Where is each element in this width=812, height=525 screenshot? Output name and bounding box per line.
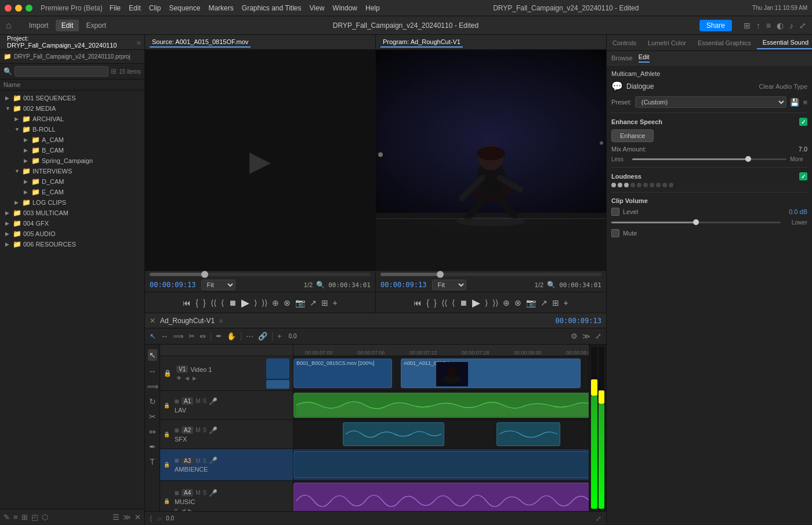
program-overwrite-icon[interactable]: ⊗ bbox=[514, 298, 521, 307]
clear-audio-type-button[interactable]: Clear Audio Type bbox=[759, 83, 807, 90]
list-view-icon[interactable]: ≡ bbox=[13, 513, 18, 522]
clip-a3[interactable] bbox=[293, 451, 589, 478]
audio-track-a2[interactable] bbox=[293, 420, 589, 449]
search-input[interactable] bbox=[14, 66, 108, 77]
program-export-frame-icon[interactable]: ↗ bbox=[541, 298, 548, 307]
export-button[interactable]: Export bbox=[80, 20, 112, 31]
import-button[interactable]: Import bbox=[23, 20, 55, 31]
source-scrubber[interactable] bbox=[145, 271, 375, 278]
program-tab[interactable]: Program: Ad_RoughCut-V1 bbox=[380, 37, 463, 48]
text-tool[interactable]: T bbox=[150, 457, 155, 466]
source-camera-icon[interactable]: 📷 bbox=[295, 298, 305, 307]
razor-tool[interactable]: ✂ bbox=[149, 412, 156, 421]
a1-mic-icon[interactable]: 🎤 bbox=[209, 397, 217, 405]
source-stop-icon[interactable]: ⏹ bbox=[229, 298, 237, 307]
audio-icon[interactable]: ♪ bbox=[789, 21, 793, 30]
program-insert-icon[interactable]: ⊕ bbox=[503, 298, 510, 307]
menu-view[interactable]: View bbox=[310, 4, 325, 12]
source-next-frame-icon[interactable]: ⟩ bbox=[254, 298, 257, 307]
footer-out-icon[interactable]: ○ bbox=[157, 515, 161, 523]
mix-amount-thumb[interactable] bbox=[745, 156, 751, 162]
tree-item-interviews[interactable]: ▼ 📁 INTERVIEWS bbox=[0, 166, 144, 176]
footer-in-icon[interactable]: ⟨ bbox=[150, 515, 153, 523]
program-scrubber-head[interactable] bbox=[437, 271, 444, 278]
clip-a4[interactable] bbox=[293, 483, 589, 511]
track-select-tool[interactable]: ↔ bbox=[148, 367, 157, 376]
level-slider[interactable] bbox=[611, 222, 781, 223]
program-add-icon[interactable]: + bbox=[564, 298, 568, 307]
a3-m[interactable]: M bbox=[195, 458, 200, 464]
a2-m[interactable]: M bbox=[195, 427, 200, 433]
tree-item-acam[interactable]: ▶ 📁 A_CAM bbox=[0, 135, 144, 145]
add-track-icon[interactable]: + bbox=[277, 332, 282, 341]
a1-expand-icon[interactable]: ⊞ bbox=[175, 399, 179, 404]
tab-lumetri[interactable]: Lumetri Color bbox=[642, 37, 692, 49]
tree-arrow-acam[interactable]: ▶ bbox=[24, 137, 30, 143]
menu-file[interactable]: File bbox=[110, 4, 121, 12]
minimize-button[interactable] bbox=[15, 5, 22, 12]
free-form-icon[interactable]: ◰ bbox=[31, 513, 38, 522]
footer-expand-icon[interactable]: ⤢ bbox=[596, 515, 601, 523]
tree-arrow-broll[interactable]: ▼ bbox=[14, 126, 20, 132]
tab-controls[interactable]: Controls bbox=[607, 37, 642, 49]
program-next-frame-icon[interactable]: ⟩ bbox=[485, 298, 488, 307]
v1-prev-icon[interactable]: ◀ bbox=[185, 375, 189, 381]
source-insert-icon[interactable]: ⊕ bbox=[272, 298, 279, 307]
source-zoom-icon[interactable]: 🔍 bbox=[316, 281, 325, 289]
a3-expand-icon[interactable]: ⊞ bbox=[175, 458, 179, 464]
close-panel-icon[interactable]: ✕ bbox=[135, 513, 141, 522]
columns-icon[interactable]: ≡ bbox=[766, 21, 771, 30]
tree-item-002[interactable]: ▼ 📁 002 MEDIA bbox=[0, 103, 144, 114]
slip-tool-icon[interactable]: ⇔ bbox=[200, 332, 206, 341]
lock-a3-icon[interactable]: 🔒 bbox=[164, 462, 170, 468]
grid-view-icon[interactable]: ⊞ bbox=[111, 67, 117, 75]
linked-sel-icon[interactable]: 🔗 bbox=[258, 332, 267, 341]
v1-next-icon[interactable]: ▶ bbox=[193, 375, 197, 381]
color-icon[interactable]: ◐ bbox=[777, 21, 784, 30]
lock-v1-icon[interactable]: 🔒 bbox=[164, 370, 172, 377]
program-step-frame-back-icon[interactable]: ⟨ bbox=[452, 298, 455, 307]
clip-a2-2[interactable] bbox=[496, 422, 560, 446]
a3-mic-icon[interactable]: 🎤 bbox=[209, 457, 217, 465]
preset-menu-icon[interactable]: ≡ bbox=[803, 98, 807, 107]
mute-checkbox[interactable] bbox=[611, 229, 619, 237]
menu-markers[interactable]: Markers bbox=[208, 4, 233, 12]
source-step-back-icon[interactable]: } bbox=[203, 298, 206, 307]
razor-tool-icon[interactable]: ✂ bbox=[188, 332, 195, 341]
clip-a2-1[interactable] bbox=[343, 422, 444, 446]
program-prev-frame-icon[interactable]: ⟨⟨ bbox=[441, 298, 447, 307]
tree-arrow-dcam[interactable]: ▶ bbox=[24, 179, 30, 184]
preset-save-icon[interactable]: 💾 bbox=[790, 98, 799, 107]
panel-menu-icon[interactable]: ≫ bbox=[123, 513, 131, 522]
clip-vc2[interactable]: A001_A011_0815V.mov bbox=[401, 359, 581, 388]
tree-item-archival[interactable]: ▶ 📁 ARCHIVAL bbox=[0, 114, 144, 124]
tree-arrow-001[interactable]: ▶ bbox=[5, 95, 11, 101]
maximize-button[interactable] bbox=[26, 5, 32, 12]
source-settings-icon[interactable]: ⊞ bbox=[321, 298, 328, 307]
settings-icon[interactable]: ⚙ bbox=[571, 332, 578, 341]
lock-a1-icon[interactable]: 🔒 bbox=[164, 403, 170, 408]
tree-arrow-ecam[interactable]: ▶ bbox=[24, 189, 30, 195]
enhance-button[interactable]: Enhance bbox=[611, 129, 654, 142]
tree-item-dcam[interactable]: ▶ 📁 D_CAM bbox=[0, 176, 144, 187]
share-button[interactable]: Share bbox=[699, 20, 732, 31]
tree-arrow-spring[interactable]: ▶ bbox=[24, 158, 30, 164]
pointer-tool[interactable]: ↖ bbox=[148, 349, 157, 361]
source-export-frame-icon[interactable]: ↗ bbox=[310, 298, 317, 307]
selection-tool-icon[interactable]: ↖ bbox=[150, 332, 156, 341]
tree-item-001[interactable]: ▶ 📁 001 SEQUENCES bbox=[0, 93, 144, 103]
slip-tool[interactable]: ⇔ bbox=[149, 427, 156, 436]
source-overwrite-icon[interactable]: ⊗ bbox=[284, 298, 291, 307]
a3-s[interactable]: S bbox=[203, 458, 207, 464]
tree-item-broll[interactable]: ▼ 📁 B-ROLL bbox=[0, 124, 144, 135]
menu-bar[interactable]: File Edit Clip Sequence Markers Graphics… bbox=[110, 4, 380, 12]
audio-track-a1[interactable] bbox=[293, 391, 589, 420]
program-fast-forward-icon[interactable]: ⟩⟩ bbox=[492, 298, 498, 307]
level-thumb[interactable] bbox=[693, 219, 699, 225]
tab-browse[interactable]: Browse bbox=[611, 55, 633, 61]
layout-icon[interactable]: ⊞ bbox=[744, 21, 751, 30]
source-prev-frame-icon[interactable]: ⟨⟨ bbox=[211, 298, 216, 307]
panel-expand-icon[interactable]: » bbox=[136, 38, 141, 47]
menu-sequence[interactable]: Sequence bbox=[169, 4, 200, 12]
program-mark-out-icon[interactable]: { bbox=[426, 298, 429, 307]
